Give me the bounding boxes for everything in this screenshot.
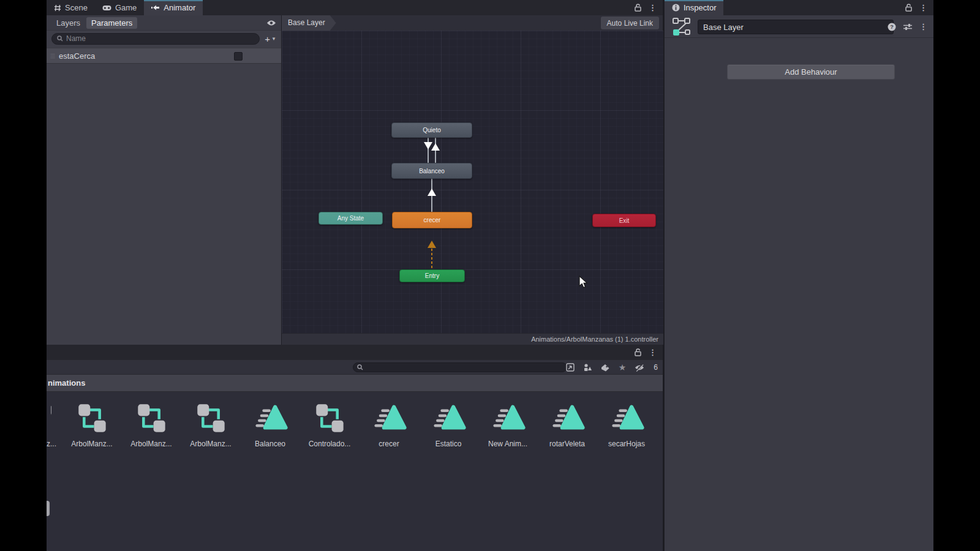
search-by-type-icon[interactable] [583,363,592,372]
tab-inspector[interactable]: Inspector [665,0,723,15]
tab-scene[interactable]: Scene [47,0,95,15]
layer-name-value: Base Layer [703,23,744,32]
clip-asset-icon [599,400,654,436]
transition-entry-crecer[interactable] [431,244,432,269]
animator-icon [151,4,160,11]
entry-arrow-icon [428,241,436,248]
parameter-search-row: Name +▼ [47,31,281,47]
breadcrumb[interactable]: Base Layer [282,15,336,31]
asset-label: Controlado... [302,440,357,448]
tab-game-label: Game [115,3,137,12]
clip-asset-icon [540,400,595,436]
asset-label: ArbolManz... [183,440,238,448]
project-search-row: ★ 6 [47,360,663,375]
search-icon [357,364,363,370]
parameter-search-input[interactable]: Name [51,33,260,45]
arrow-up-icon [428,189,436,196]
clip-asset-icon [361,400,417,436]
controller-path: Animations/ArbolManzanas (1) 1.controlle… [531,335,658,343]
info-icon [672,4,680,12]
state-balanceo[interactable]: Balanceo [391,163,472,179]
clip-asset-icon [243,400,298,436]
tab-parameters[interactable]: Parameters [86,17,137,29]
inspector-panel: Inspector ⋮ [664,0,933,551]
game-icon [102,5,111,11]
inspector-header: Base Layer ? ⋮ [665,15,933,38]
asset-item[interactable]: Balanceo [243,400,298,448]
presets-icon[interactable] [903,23,912,31]
project-breadcrumb-row[interactable]: nimations [47,375,663,392]
parameter-name: estaCerca [59,51,95,61]
state-quieto[interactable]: Quieto [391,122,472,138]
asset-label: Estatico [421,440,476,448]
asset-item[interactable]: Estatico [421,400,476,448]
asset-label: secarHojas [599,440,654,448]
asset-label: New Anim... [480,440,535,448]
layers-parameters-toolbar: Layers Parameters [47,15,281,31]
unlock-icon[interactable] [635,348,641,356]
drag-handle-icon[interactable]: ☰ [47,53,59,59]
clip-asset-icon [421,400,476,436]
tab-animator[interactable]: Animator [144,0,203,15]
asset-item[interactable]: ArbolManz... [124,400,179,448]
tab-layers[interactable]: Layers [51,17,85,29]
asset-item[interactable]: ArbolManz... [183,400,238,448]
favorites-star-icon[interactable]: ★ [619,363,627,372]
more-menu-icon[interactable]: ⋮ [649,348,657,357]
unlock-icon[interactable] [635,4,641,12]
mouse-cursor [579,276,589,289]
asset-item[interactable]: z... [47,400,59,448]
asset-label: ArbolManz... [124,440,179,448]
tab-inspector-label: Inspector [684,3,716,12]
tab-game[interactable]: Game [95,0,144,15]
chevron-down-icon: ▼ [271,36,276,42]
state-machine-canvas[interactable]: QuietoBalanceoAny StatecrecerExitEntry [282,31,663,333]
project-tab-strip: ⋮ [47,345,663,360]
open-asset-icon[interactable] [566,363,575,372]
animator-parameters-panel: Layers Parameters Name +▼ ☰ estaCerca [47,15,281,345]
add-behaviour-button[interactable]: Add Behaviour [727,64,895,80]
state-entry[interactable]: Entry [399,269,465,282]
auto-live-link-button[interactable]: Auto Live Link [601,17,659,29]
asset-item[interactable]: secarHojas [599,400,654,448]
search-icon [57,36,63,42]
search-by-label-icon[interactable] [601,364,610,372]
state-crecer[interactable]: crecer [392,212,472,228]
animator-controller-icon [671,17,692,37]
hidden-eye-slash-icon[interactable] [635,364,645,372]
add-parameter-button[interactable]: +▼ [265,34,276,44]
state-exit[interactable]: Exit [592,214,656,227]
eye-icon[interactable] [266,20,276,26]
arrow-up-icon [431,143,440,151]
asset-item[interactable]: Controlado... [302,400,357,448]
animator-graph-panel: Base Layer Auto Live Link QuietoBalanceo… [281,15,663,345]
asset-label: z... [47,440,59,448]
folder-breadcrumb: nimations [48,378,85,388]
controller-path-statusbar: Animations/ArbolManzanas (1) 1.controlle… [282,333,663,345]
asset-item[interactable]: crecer [361,400,417,448]
asset-label: Balanceo [243,440,298,448]
controller-asset-icon [183,400,238,436]
project-search-input[interactable] [353,362,567,372]
asset-item[interactable]: New Anim... [480,400,535,448]
asset-item[interactable]: ArbolManz... [64,400,119,448]
controller-asset-icon [64,400,119,436]
assets-grid[interactable]: z... ArbolManz... ArbolManz... ArbolManz… [47,392,663,551]
unlock-icon[interactable] [905,4,912,12]
parameter-row[interactable]: ☰ estaCerca [47,48,281,64]
help-icon[interactable]: ? [888,23,896,31]
controller-asset-icon [47,400,51,436]
scrollbar-thumb[interactable] [47,501,50,516]
layer-name-field[interactable]: Base Layer [698,20,894,34]
asset-item[interactable]: rotarVeleta [540,400,595,448]
asset-label: rotarVeleta [540,440,595,448]
hidden-count-badge: 6 [654,363,658,372]
more-menu-icon[interactable]: ⋮ [919,22,927,31]
search-placeholder: Name [66,34,86,43]
parameter-checkbox[interactable] [234,52,243,61]
unity-editor-window: Scene Game Animator ⋮ Layers Parameters [47,0,933,551]
state-any-state[interactable]: Any State [318,212,383,225]
inspector-tab-strip: Inspector ⋮ [665,0,933,15]
more-menu-icon[interactable]: ⋮ [649,3,657,12]
more-menu-icon[interactable]: ⋮ [919,3,927,12]
